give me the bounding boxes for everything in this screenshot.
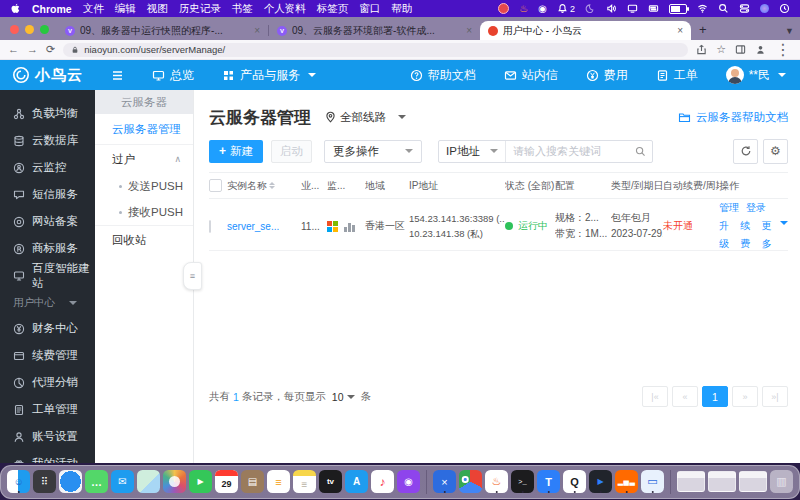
dock-calendar[interactable]: 29 (215, 470, 238, 493)
minimized-window[interactable] (677, 471, 705, 492)
nav-ticket[interactable]: 工单 (642, 60, 712, 90)
new-tab-button[interactable]: + (699, 22, 707, 37)
tab-search-chevron-icon[interactable]: ▼ (785, 26, 794, 36)
line-filter-dropdown[interactable]: 全部线路 (325, 110, 406, 125)
siri-icon[interactable] (760, 4, 769, 13)
wifi-icon[interactable] (697, 3, 708, 14)
dock-launchpad[interactable]: ⠿ (33, 470, 56, 493)
profile-icon[interactable] (755, 44, 766, 55)
globe-status-icon[interactable]: ◉ (538, 3, 547, 14)
search-button[interactable] (628, 146, 652, 157)
moon-icon[interactable] (585, 3, 596, 14)
dock-messages[interactable]: … (85, 470, 108, 493)
menu-bookmarks[interactable]: 书签 (232, 2, 253, 16)
dock-chrome[interactable] (459, 470, 482, 493)
dock-orange-app[interactable]: ♨ (485, 470, 508, 493)
tab-active[interactable]: 用户中心 - 小鸟云 × (480, 21, 691, 40)
sidebar-item-site-builder[interactable]: 百度智能建站 (0, 262, 95, 289)
sidebar-item-load-balancer[interactable]: 负载均衡 (0, 100, 95, 127)
dock-mail[interactable]: ✉ (111, 470, 134, 493)
col-instance-name[interactable]: 实例名称 (227, 179, 301, 193)
select-all-checkbox[interactable] (209, 179, 222, 192)
col-auto-renew[interactable]: 自动续费/周期 (663, 179, 719, 193)
monitor-chart-icon[interactable] (344, 221, 355, 232)
start-button[interactable]: 启动 (271, 140, 312, 163)
notification-bell-icon[interactable]: 2 (557, 3, 575, 14)
renew-link[interactable]: 续费 (740, 217, 754, 253)
dock-podcasts[interactable]: ◉ (397, 470, 420, 493)
zoom-window-button[interactable] (40, 25, 49, 34)
subsidebar-item-send-push[interactable]: 发送PUSH (95, 173, 193, 199)
apple-menu-icon[interactable] (10, 3, 21, 14)
more-operations-dropdown[interactable]: 更多操作 (324, 140, 422, 163)
menu-window[interactable]: 窗口 (359, 2, 380, 16)
page-size-dropdown[interactable]: 10 (332, 391, 355, 403)
dock-reminders[interactable]: ≡ (267, 470, 290, 493)
dock-safari[interactable] (59, 470, 82, 493)
screen-record-icon[interactable] (498, 3, 509, 14)
subsidebar-item-recycle-bin[interactable]: 回收站 (95, 225, 193, 254)
dock-ev-app[interactable]: ▶ (589, 470, 612, 493)
side-panel-icon[interactable] (735, 44, 746, 55)
sidebar-item-agent[interactable]: 代理分销 (0, 369, 95, 396)
manage-link[interactable]: 管理 (719, 199, 739, 217)
clock-icon[interactable] (779, 3, 790, 14)
sidebar-item-finance[interactable]: 财务中心 (0, 315, 95, 342)
menu-edit[interactable]: 编辑 (115, 2, 136, 16)
tab-1[interactable]: V 09、服务器中运行快照的程序-... × (57, 21, 268, 40)
sidebar-item-sms[interactable]: 短信服务 (0, 181, 95, 208)
dock-maps[interactable] (137, 470, 160, 493)
menu-file[interactable]: 文件 (83, 2, 104, 16)
menu-view[interactable]: 视图 (147, 2, 168, 16)
minimize-window-button[interactable] (25, 25, 34, 34)
volume-icon[interactable] (606, 3, 617, 14)
dock-app-store[interactable]: A (345, 470, 368, 493)
dock-trash[interactable]: ▥ (770, 470, 793, 493)
tab-2[interactable]: V 09、云服务器环境部署-软件成... × (269, 21, 480, 40)
nav-help-doc[interactable]: 帮助文档 (396, 60, 490, 90)
search-type-dropdown[interactable]: IP地址 (439, 141, 506, 162)
tab-2-close-icon[interactable]: × (466, 26, 472, 36)
user-menu[interactable]: **民 (712, 60, 800, 90)
more-link[interactable]: 更多 (762, 217, 776, 253)
dock-apple-tv[interactable]: tv (319, 470, 342, 493)
back-button[interactable]: ← (8, 44, 19, 55)
col-status-filter[interactable]: 状态 (全部) (505, 179, 555, 193)
search-input[interactable] (506, 145, 628, 157)
menu-tabs[interactable]: 标签页 (317, 2, 349, 16)
menu-profiles[interactable]: 个人资料 (264, 2, 306, 16)
sidebar-item-icp-filing[interactable]: 网站备案 (0, 208, 95, 235)
dock-qq[interactable]: Q (563, 470, 586, 493)
tab-active-close-icon[interactable]: × (677, 26, 683, 36)
nav-collapse-icon[interactable] (97, 60, 138, 90)
nav-products[interactable]: 产品与服务 (208, 60, 330, 90)
upgrade-link[interactable]: 升级 (719, 217, 733, 253)
dock-terminal[interactable]: >_ (511, 470, 534, 493)
minimized-window[interactable] (739, 471, 767, 492)
sidebar-item-renewal[interactable]: 续费管理 (0, 342, 95, 369)
bookmark-star-icon[interactable]: ☆ (716, 43, 726, 56)
dock-photos[interactable] (163, 470, 186, 493)
dock-music[interactable]: ♪ (371, 470, 394, 493)
subsidebar-item-server-manage[interactable]: 云服务器管理 (95, 114, 193, 144)
sidebar-item-ticket-mgmt[interactable]: 工单管理 (0, 396, 95, 423)
column-settings-button[interactable]: ⚙ (763, 139, 788, 164)
sidebar-item-trademark[interactable]: 商标服务 (0, 235, 95, 262)
dock-stats-app[interactable]: ▂▅▃ (615, 470, 638, 493)
brand-logo[interactable]: 小鸟云 (0, 66, 97, 85)
current-page-button[interactable]: 1 (702, 386, 728, 407)
keyboard-icon[interactable] (648, 3, 659, 14)
dock-notes[interactable]: ≡ (293, 470, 316, 493)
login-link[interactable]: 登录 (746, 199, 766, 217)
tab-1-close-icon[interactable]: × (254, 26, 260, 36)
subsidebar-group-transfer[interactable]: 过户 ∧ (95, 144, 193, 173)
control-center-icon[interactable] (739, 3, 750, 14)
dock-display-app[interactable]: ▭ (641, 470, 664, 493)
menubar-app-name[interactable]: Chrome (32, 3, 72, 15)
sidebar-item-activities[interactable]: 我的活动 (0, 450, 95, 463)
nav-overview[interactable]: 总览 (138, 60, 208, 90)
share-icon[interactable] (696, 44, 707, 55)
sidebar-item-cloud-monitor[interactable]: 云监控 (0, 154, 95, 181)
sort-icon[interactable] (269, 182, 275, 189)
menu-help[interactable]: 帮助 (391, 2, 412, 16)
